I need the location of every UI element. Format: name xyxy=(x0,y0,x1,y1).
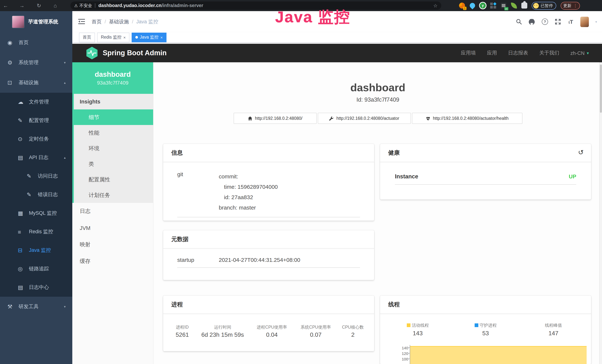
close-icon[interactable]: × xyxy=(123,35,126,40)
endpoint-home-button[interactable]: http://192.168.0.2:48080/ xyxy=(233,113,316,124)
tag-java-monitor[interactable]: Java 监控 × xyxy=(132,32,166,42)
sidebar-item-trace[interactable]: ◎ 链路追踪 xyxy=(0,260,72,278)
scrollbar-thumb[interactable] xyxy=(600,64,602,113)
not-secure-warning-icon: ⚠ xyxy=(74,3,78,8)
page-scrollbar[interactable] xyxy=(599,62,602,364)
app-logo[interactable]: 芋道管理系统 xyxy=(0,11,72,33)
extension-leaf-icon[interactable] xyxy=(511,3,517,9)
git-time-line: time: 1596289704000 xyxy=(219,181,360,192)
sidebar-item-job[interactable]: ⊙ 定时任务 xyxy=(0,130,72,148)
log-center-icon: ▤ xyxy=(18,284,27,291)
sidebar-item-file[interactable]: ☁ 文件管理 xyxy=(0,93,72,111)
sidebar-item-infra[interactable]: ⊡ 基础设施 ▴ xyxy=(0,73,72,93)
browser-menu-dots-icon[interactable]: ⋮ xyxy=(573,3,577,8)
sba-menu-scheduled-tasks[interactable]: 计划任务 xyxy=(74,187,153,203)
sba-language-select[interactable]: zh-CN ▾ xyxy=(570,50,589,56)
sba-language-value: zh-CN xyxy=(570,50,585,56)
tag-redis-monitor[interactable]: Redis 监控 × xyxy=(97,32,129,42)
extensions-puzzle-icon[interactable] xyxy=(521,3,527,9)
process-card-title: 进程 xyxy=(163,296,374,314)
extension-orange-icon[interactable]: 1 xyxy=(459,3,465,9)
health-card-title: 健康 xyxy=(388,149,400,157)
sba-menu-environment[interactable]: 环境 xyxy=(74,140,153,156)
sba-menu-config-props[interactable]: 配置属性 xyxy=(74,172,153,187)
browser-profile-chip[interactable]: 已暂停 xyxy=(532,2,556,10)
sidebar-item-api-log[interactable]: ▤ API 日志 ▴ xyxy=(0,148,72,167)
page-instance-id: Id: 93a3fc7f7409 xyxy=(153,96,602,103)
spring-boot-admin-logo-icon[interactable] xyxy=(86,46,98,60)
sidebar-item-system[interactable]: ⚙ 系统管理 ▾ xyxy=(0,53,72,73)
browser-update-chip[interactable]: 更新 ⋮ xyxy=(561,2,580,10)
sba-menu-details[interactable]: 细节 xyxy=(74,109,153,125)
sba-menu-caches[interactable]: 缓存 xyxy=(72,253,153,270)
avatar-caret-icon[interactable]: ▾ xyxy=(595,20,597,23)
extension-list-icon[interactable]: on xyxy=(501,3,506,9)
sba-menu-logs[interactable]: 日志 xyxy=(72,203,153,220)
app-title: 芋道管理系统 xyxy=(28,19,58,25)
sba-menu-mappings[interactable]: 映射 xyxy=(72,236,153,253)
extension-pin-icon[interactable] xyxy=(469,2,476,10)
tag-home[interactable]: 首页 xyxy=(79,32,95,42)
row-divider xyxy=(395,184,576,185)
sba-nav-wallboard[interactable]: 应用墙 xyxy=(461,50,476,56)
url-host: dashboard.yudao.iocoder.cn xyxy=(98,3,161,8)
sba-nav: 应用墙 应用 日志报表 关于我们 zh-CN ▾ xyxy=(461,50,589,56)
process-value-pid: 5261 xyxy=(176,332,189,338)
sba-menu-classes[interactable]: 类 xyxy=(74,156,153,172)
sba-nav-about[interactable]: 关于我们 xyxy=(539,50,559,56)
endpoint-actuator-button[interactable]: http://192.168.0.2:48080/actuator xyxy=(318,113,411,124)
sba-menu-metrics[interactable]: 性能 xyxy=(74,125,153,140)
breadcrumb-infra[interactable]: 基础设施 xyxy=(109,18,129,25)
not-secure-label[interactable]: 不安全 xyxy=(79,3,92,8)
legend-peak-label: 线程峰值 xyxy=(545,322,562,328)
y-tickmark xyxy=(408,353,410,353)
endpoint-health-button[interactable]: http://192.168.0.2:48080/actuator/health xyxy=(412,113,522,124)
sidebar-item-label: 基础设施 xyxy=(19,79,39,86)
active-threads-area xyxy=(410,346,587,364)
sidebar-item-redis[interactable]: ≡ Redis 监控 xyxy=(0,223,72,241)
address-bar[interactable]: ⚠ 不安全 dashboard.yudao.iocoder.cn /infra/… xyxy=(70,1,441,10)
sidebar-item-java[interactable]: ⊟ Java 监控 xyxy=(0,241,72,260)
process-value-uptime: 6d 23h 15m 59s xyxy=(201,332,244,338)
process-value-cpu: 0.04 xyxy=(266,332,278,338)
sidebar-item-config[interactable]: ✎ 配置管理 xyxy=(0,111,72,130)
chevron-up-icon: ▴ xyxy=(64,81,66,85)
metadata-card: 元数据 startup 2021-04-27T00:44:31.254+08:0… xyxy=(163,230,374,280)
breadcrumb-home[interactable]: 首页 xyxy=(92,18,102,25)
sba-instance-header[interactable]: dashboard 93a3fc7f7409 xyxy=(72,62,153,94)
extension-y-icon[interactable]: y xyxy=(480,3,486,9)
browser-home-icon[interactable]: ⌂ xyxy=(50,3,61,9)
sidebar-item-home[interactable]: ◉ 首页 xyxy=(0,33,72,53)
user-avatar[interactable] xyxy=(580,17,589,27)
sba-nav-journal[interactable]: 日志报表 xyxy=(508,50,528,56)
sba-menu-jvm[interactable]: JVM xyxy=(72,220,153,236)
process-header-uptime: 运行时间 xyxy=(196,321,249,332)
sidebar-item-dev-tools[interactable]: ⚒ 研发工具 ▾ xyxy=(0,297,72,317)
browser-back-icon[interactable]: ← xyxy=(0,3,11,9)
bookmark-star-icon[interactable]: ☆ xyxy=(433,3,438,8)
health-instance-row[interactable]: Instance UP xyxy=(380,162,591,180)
fullscreen-icon[interactable] xyxy=(555,18,561,25)
sba-brand-title[interactable]: Spring Boot Admin xyxy=(103,49,167,57)
sidebar-item-mysql[interactable]: ▦ MySQL 监控 xyxy=(0,204,72,223)
sidebar-collapse-icon[interactable] xyxy=(78,19,85,24)
font-size-icon[interactable]: tT xyxy=(568,18,574,25)
extension-grid-icon[interactable] xyxy=(490,3,496,9)
sidebar-item-label: 定时任务 xyxy=(29,136,49,142)
tag-label: Redis 监控 xyxy=(101,34,121,40)
browser-reload-icon[interactable]: ↻ xyxy=(33,3,44,9)
process-header-pid: 进程ID xyxy=(168,321,196,332)
history-icon[interactable]: ↺ xyxy=(578,148,584,157)
browser-forward-icon[interactable]: → xyxy=(16,3,27,9)
sidebar-item-access-log[interactable]: ✎ 访问日志 xyxy=(0,167,72,185)
help-icon[interactable]: ? xyxy=(542,18,548,25)
sidebar-item-log-center[interactable]: ▤ 日志中心 xyxy=(0,278,72,297)
row-divider xyxy=(177,268,360,268)
sba-nav-applications[interactable]: 应用 xyxy=(487,50,497,56)
metadata-startup-row: startup 2021-04-27T00:44:31.254+08:00 xyxy=(163,248,374,263)
github-icon[interactable] xyxy=(528,18,535,25)
close-icon[interactable]: × xyxy=(160,35,163,40)
sidebar-item-error-log[interactable]: ✎ 错误日志 xyxy=(0,185,72,204)
chevron-down-icon: ▾ xyxy=(64,305,66,309)
search-icon[interactable] xyxy=(516,18,522,25)
